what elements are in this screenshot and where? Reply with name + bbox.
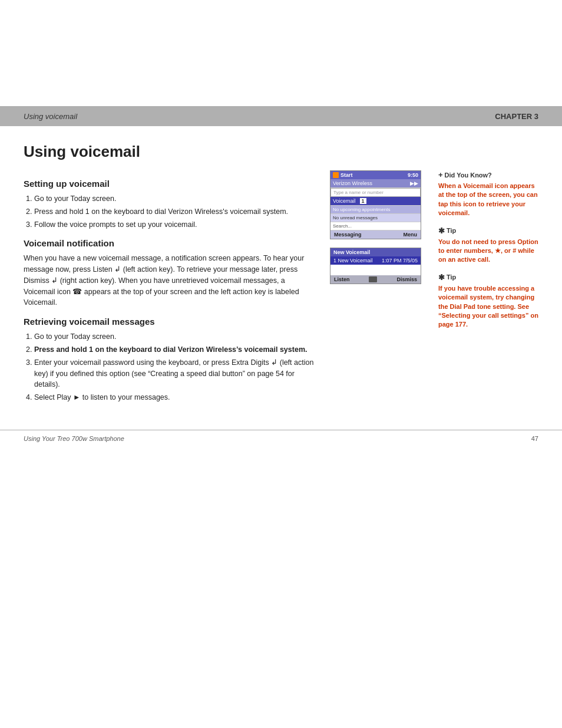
retrieving-steps: Go to your Today screen. Press and hold … — [34, 331, 316, 403]
start-icon — [333, 172, 339, 178]
step-1c: Follow the voice prompts to set up your … — [34, 219, 316, 230]
tip2-title: ✱ Tip — [438, 273, 538, 282]
device1-title-bar: Start 9:50 — [330, 171, 421, 179]
device1-bottom-bar: Messaging Menu — [330, 230, 421, 239]
page-footer: Using Your Treo 700w Smartphone 47 — [0, 430, 562, 447]
top-spacer — [0, 0, 562, 106]
device2-listen-label: Listen — [334, 276, 350, 282]
setting-up-heading: Setting up voicemail — [24, 179, 316, 189]
did-you-know-text: When a Voicemail icon appears at the top… — [438, 182, 538, 218]
step-1a: Go to your Today screen. — [34, 193, 316, 204]
device1-search: Search... — [333, 223, 352, 229]
two-col-layout: Setting up voicemail Go to your Today sc… — [24, 170, 538, 409]
device2-bottom-bar: Listen Dismiss — [330, 275, 421, 284]
device1-appointments: No upcoming appointments — [333, 207, 390, 212]
device1-status: 9:50 — [408, 172, 418, 178]
tip2-box: ✱ Tip If you have trouble accessing a vo… — [438, 273, 538, 330]
step-3c: Enter your voicemail password using the … — [34, 357, 316, 389]
device1-brand: Verizon Wireless — [333, 180, 372, 186]
device2-row-label: 1 New Voicemail — [333, 258, 373, 263]
device1-input-row: Type a name or number — [330, 188, 421, 197]
right-column: Did You Know? When a Voicemail icon appe… — [438, 170, 538, 409]
tip1-title: ✱ Tip — [438, 226, 538, 235]
tip1-box: ✱ Tip You do not need to press Option to… — [438, 226, 538, 265]
device1-search-row: Search... — [330, 222, 421, 230]
tip1-text: You do not need to press Option to enter… — [438, 238, 538, 265]
device2-dismiss-label: Dismiss — [396, 276, 417, 282]
device-screenshot-1: Start 9:50 Verizon Wireless ▶▶ Type a na… — [330, 170, 421, 239]
device2-center-icon — [369, 276, 377, 282]
device1-messages-row: No unread messages — [330, 214, 421, 222]
device2-voicemail-row: 1 New Voicemail 1:07 PM 7/5/05 — [330, 256, 421, 265]
left-column: Setting up voicemail Go to your Today sc… — [24, 170, 316, 409]
device1-messages: No unread messages — [333, 215, 378, 220]
device1-voicemail-label: Voicemail — [333, 198, 356, 204]
device2-title-bar: New Voicemail — [330, 248, 421, 256]
step-3d: Select Play ► to listen to your messages… — [34, 392, 316, 403]
device1-appointments-row: No upcoming appointments — [330, 206, 421, 214]
device1-bottom-left: Messaging — [334, 232, 362, 238]
device1-voicemail-count: 1 — [360, 198, 366, 204]
did-you-know-title: Did You Know? — [438, 170, 538, 179]
step-3b: Press and hold 1 on the keyboard to dial… — [34, 344, 316, 355]
header-section-title: Using voicemail — [24, 112, 77, 121]
footer-title: Using Your Treo 700w Smartphone — [24, 435, 124, 442]
notification-body: When you have a new voicemail message, a… — [24, 253, 316, 308]
chapter-header-bar: Using voicemail CHAPTER 3 — [0, 106, 562, 126]
main-content: Using voicemail Setting up voicemail Go … — [0, 126, 562, 425]
notification-heading: Voicemail notification — [24, 238, 316, 248]
did-you-know-box: Did You Know? When a Voicemail icon appe… — [438, 170, 538, 218]
device2-title: New Voicemail — [333, 249, 370, 255]
page-title: Using voicemail — [24, 143, 538, 161]
step-1b: Press and hold 1 on the keyboard to dial… — [34, 206, 316, 217]
step-3a: Go to your Today screen. — [34, 331, 316, 342]
setting-up-steps: Go to your Today screen. Press and hold … — [34, 193, 316, 230]
device1-bottom-right: Menu — [404, 232, 418, 238]
tip2-text: If you have trouble accessing a voicemai… — [438, 284, 538, 330]
device1-title: Start — [340, 172, 353, 178]
device1-brand-row: Verizon Wireless ▶▶ — [330, 179, 421, 188]
header-chapter-label: CHAPTER 3 — [495, 112, 538, 121]
screenshots-column: Start 9:50 Verizon Wireless ▶▶ Type a na… — [330, 170, 424, 409]
device1-input-placeholder: Type a name or number — [333, 190, 384, 195]
device1-voicemail-row: Voicemail 1 — [330, 197, 421, 206]
retrieving-heading: Retrieving voicemail messages — [24, 317, 316, 327]
device2-spacer — [330, 265, 421, 275]
device2-row-time: 1:07 PM 7/5/05 — [382, 258, 418, 263]
device-screenshot-2: New Voicemail 1 New Voicemail 1:07 PM 7/… — [330, 248, 421, 284]
footer-page-number: 47 — [531, 435, 538, 442]
